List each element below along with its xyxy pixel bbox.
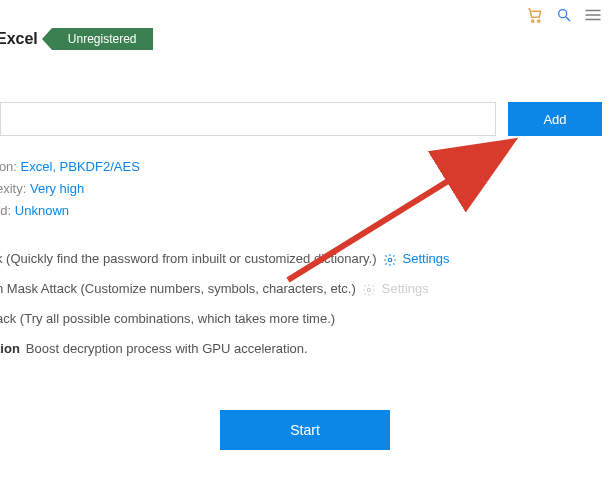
attack-options: k (Quickly find the password from inbuil…	[0, 244, 610, 364]
file-path-input[interactable]	[0, 102, 496, 136]
gear-icon[interactable]	[383, 244, 397, 274]
mask-attack-option[interactable]: h Mask Attack (Customize numbers, symbol…	[0, 274, 610, 304]
complexity-value: Very high	[30, 181, 84, 196]
start-button[interactable]: Start	[220, 410, 390, 450]
mask-attack-text: h Mask Attack (Customize numbers, symbol…	[0, 274, 356, 304]
dictionary-attack-option[interactable]: k (Quickly find the password from inbuil…	[0, 244, 610, 274]
unregistered-badge: Unregistered	[52, 28, 153, 50]
svg-point-7	[388, 258, 392, 262]
mask-settings-link: Settings	[382, 274, 429, 304]
gear-icon	[362, 274, 376, 304]
bruteforce-attack-text: ack (Try all possible combinations, whic…	[0, 304, 335, 334]
encryption-value: Excel, PBKDF2/AES	[21, 159, 140, 174]
password-label: rd:	[0, 203, 11, 218]
app-title: Excel	[0, 30, 38, 48]
search-icon[interactable]	[556, 7, 572, 26]
gpu-option[interactable]: tion Boost decryption process with GPU a…	[0, 334, 610, 364]
dictionary-attack-text: k (Quickly find the password from inbuil…	[0, 244, 377, 274]
file-details: ion: Excel, PBKDF2/AES exity: Very high …	[0, 156, 610, 222]
encryption-label: ion:	[0, 159, 17, 174]
menu-icon[interactable]	[584, 8, 602, 25]
encryption-row: ion: Excel, PBKDF2/AES	[0, 156, 610, 178]
gpu-option-bold: tion	[0, 334, 20, 364]
complexity-label: exity:	[0, 181, 26, 196]
svg-point-0	[532, 20, 534, 22]
header: Excel Unregistered	[0, 0, 610, 50]
add-button[interactable]: Add	[508, 102, 602, 136]
svg-point-2	[559, 10, 567, 18]
file-row: Add	[0, 102, 610, 136]
topbar	[526, 6, 602, 27]
dictionary-settings-link[interactable]: Settings	[403, 244, 450, 274]
password-value: Unknown	[15, 203, 69, 218]
svg-point-1	[538, 20, 540, 22]
password-row: rd: Unknown	[0, 200, 610, 222]
bruteforce-attack-option[interactable]: ack (Try all possible combinations, whic…	[0, 304, 610, 334]
gpu-option-text: Boost decryption process with GPU accele…	[26, 334, 308, 364]
complexity-row: exity: Very high	[0, 178, 610, 200]
svg-point-8	[367, 288, 371, 292]
svg-line-3	[566, 17, 570, 21]
cart-icon[interactable]	[526, 6, 544, 27]
